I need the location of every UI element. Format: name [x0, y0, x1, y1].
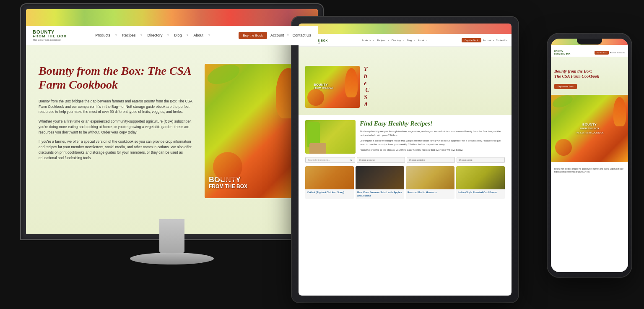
tablet-nav-account[interactable]: Account	[483, 39, 491, 42]
buy-book-button[interactable]: Buy the Book	[239, 32, 267, 39]
logo-tagline: The CSA Farm Cookbook	[33, 39, 67, 42]
phone-buy-button[interactable]: Buy the Book	[595, 51, 609, 55]
tablet-hero-content: BOUNTY FROM THE BOX The CSA	[305, 66, 505, 108]
tablet-bezel: BOUNTY FROM THE BOX The CSA Farm Cookboo…	[292, 17, 518, 302]
phone-account[interactable]: Account	[610, 52, 616, 54]
recipe-card-3-title: Roasted Garlic Hummus	[406, 189, 454, 196]
recipe-card-4-title: Indian-Style Roasted Cauliflower	[456, 189, 505, 196]
tablet-screen: BOUNTY FROM THE BOX The CSA Farm Cookboo…	[299, 24, 512, 296]
desktop-content: Bounty from the Box: The CSA Farm Cookbo…	[39, 64, 305, 198]
desktop-logo: BOUNTY FROM THE BOX The CSA Farm Cookboo…	[33, 29, 67, 42]
about-chevron: ▾	[208, 34, 210, 37]
phone-book-title-line1: BOUNTY	[582, 123, 597, 126]
tablet-filter-cuisine[interactable]: Choose a cuisine	[407, 157, 455, 163]
tablet-nav-recipes[interactable]: Recipes	[377, 39, 385, 42]
recipe-card-3[interactable]: Roasted Garlic Hummus	[406, 166, 454, 199]
nav-blog[interactable]: Blog	[174, 33, 182, 37]
tablet-directory-chevron: ▾	[403, 39, 405, 42]
monitor-stand-neck	[159, 219, 184, 253]
products-chevron: ▾	[115, 34, 117, 37]
tablet-section-text2: Looking for a quick weeknight recipe tha…	[360, 139, 505, 147]
nav-account[interactable]: Account	[270, 33, 284, 37]
tablet-section-text1: Find easy healthy recipes from gluten-fr…	[360, 130, 505, 137]
tablet-book-title-line2: FROM THE BOX	[314, 86, 333, 89]
desktop-book-image: BOUNTY FROM THE BOX	[205, 64, 305, 198]
nav-products[interactable]: Products	[95, 33, 110, 37]
phone-logo: BOUNTY FROM THE BOX	[554, 50, 570, 55]
phone-title-line1: Bounty from the Box:	[554, 69, 592, 73]
account-chevron: ▾	[287, 34, 289, 37]
phone-book-title-line2: FROM THE BOX	[580, 127, 599, 130]
monitor-stand-base	[130, 253, 214, 264]
phone-body-area: Bounty from the Box bridges the gap betw…	[551, 162, 628, 180]
phone-screen: BOUNTY FROM THE BOX Buy the Book Account…	[551, 39, 628, 272]
tablet-recipes-text-area: Find Easy Healthy Recipes! Find easy hea…	[360, 120, 505, 154]
tablet-recipes-section: Find Easy Healthy Recipes! Find easy hea…	[299, 115, 512, 208]
phone-contact[interactable]: Contact Us	[617, 52, 625, 54]
leaf-decoration	[205, 64, 242, 88]
logo-from: FROM THE BOX	[33, 34, 67, 39]
tablet-pumpkin	[307, 89, 324, 106]
desktop-paragraph1: Bounty from the Box bridges the gap betw…	[39, 99, 196, 115]
recipe-card-2-image	[356, 166, 404, 189]
desktop-main-title: Bounty from the Box: The CSA Farm Cookbo…	[39, 64, 196, 92]
tablet-recipes-chevron: ▾	[388, 39, 389, 42]
tablet-nav-directory[interactable]: Directory	[392, 39, 401, 42]
tablet-nav: BOUNTY FROM THE BOX The CSA Farm Cookboo…	[299, 34, 512, 47]
tablet-nav-right: Buy the Book Account ▾ Contact Us	[462, 38, 507, 42]
tablet-recipe-grid: Yakhni (Afghani Chicken Soup) Raw Corn S…	[305, 166, 505, 203]
tablet-device: BOUNTY FROM THE BOX The CSA Farm Cookboo…	[292, 17, 518, 302]
recipe-card-3-image	[406, 166, 454, 189]
tablet-buy-button[interactable]: Buy the Book	[462, 38, 481, 42]
book-image-title-line2: FROM THE BOX	[209, 184, 247, 189]
tablet-recipes-header: Find Easy Healthy Recipes! Find easy hea…	[305, 120, 505, 154]
phone-book-subtitle: THE CSA FARM COOKBOOK	[575, 131, 603, 134]
phone-hero-title: Bounty from the Box: The CSA Farm Cookbo…	[554, 69, 625, 79]
phone-book-cover: BOUNTY FROM THE BOX THE CSA FARM COOKBOO…	[551, 95, 628, 162]
tablet-hero-image: BOUNTY FROM THE BOX	[305, 66, 360, 108]
pumpkin-decoration	[213, 152, 242, 181]
recipe-card-2[interactable]: Raw Corn Summer Salad with Apples and Ji…	[356, 166, 404, 199]
desktop-hero: Bounty from the Box: The CSA Farm Cookbo…	[26, 45, 318, 234]
nav-contact[interactable]: Contact Us	[292, 33, 311, 37]
tablet-about-chevron: ▾	[426, 39, 428, 42]
desktop-paragraph3: If you're a farmer, we offer a special v…	[39, 139, 196, 160]
tablet-blog-chevron: ▾	[414, 39, 415, 42]
tablet-nav-blog[interactable]: Blog	[407, 39, 412, 42]
nav-recipes[interactable]: Recipes	[122, 33, 136, 37]
tablet-products-chevron: ▾	[373, 39, 374, 42]
herb-pot	[309, 143, 326, 154]
phone-notch	[577, 39, 602, 45]
tablet-filter-crop[interactable]: Choose a crop	[457, 157, 505, 163]
tablet-search-box[interactable]: Search by ingredients... 🔍	[305, 157, 355, 163]
desktop-nav-right: Buy the Book Account ▾ Contact Us	[239, 32, 311, 39]
phone-logo-line2: FROM THE BOX	[554, 52, 570, 55]
phone-leaf	[551, 95, 574, 110]
recipe-card-1[interactable]: Yakhni (Afghani Chicken Soup)	[305, 166, 354, 199]
phone-bezel: BOUNTY FROM THE BOX Buy the Book Account…	[548, 34, 631, 277]
tablet-nav-products[interactable]: Products	[361, 39, 371, 42]
phone-explore-button[interactable]: Explore the Book	[554, 84, 577, 89]
phone-book-text: BOUNTY FROM THE BOX THE CSA FARM COOKBOO…	[572, 119, 607, 138]
nav-about[interactable]: About	[193, 33, 203, 37]
recipe-card-4[interactable]: Indian-Style Roasted Cauliflower	[456, 166, 505, 199]
tablet-nav-about[interactable]: About	[418, 39, 424, 42]
tablet-hero-text: The CSA	[364, 66, 369, 108]
phone-carrot	[613, 97, 626, 126]
scene: BOUNTY FROM THE BOX The CSA Farm Cookboo…	[0, 0, 644, 309]
tablet-nav-contact[interactable]: Contact Us	[496, 39, 507, 42]
recipes-chevron: ▾	[140, 34, 142, 37]
tablet-nav-links: Products ▾ Recipes ▾ Directory ▾ Blog ▾ …	[361, 39, 428, 42]
monitor-screen: BOUNTY FROM THE BOX The CSA Farm Cookboo…	[26, 9, 318, 234]
phone-device: BOUNTY FROM THE BOX Buy the Book Account…	[548, 34, 631, 277]
tablet-filter-course[interactable]: Choose a course	[357, 157, 405, 163]
recipe-card-1-image	[305, 166, 354, 189]
tablet-account-chevron: ▾	[493, 39, 494, 42]
phone-body-text: Bounty from the Box bridges the gap betw…	[554, 165, 625, 176]
phone-hero: Bounty from the Box: The CSA Farm Cookbo…	[551, 57, 628, 95]
nav-directory[interactable]: Directory	[147, 33, 162, 37]
desktop-nav: BOUNTY FROM THE BOX The CSA Farm Cookboo…	[26, 26, 318, 45]
recipe-card-1-title: Yakhni (Afghani Chicken Soup)	[305, 189, 354, 196]
tablet-search-row: Search by ingredients... 🔍 Choose a cour…	[305, 157, 505, 163]
directory-chevron: ▾	[167, 34, 169, 37]
